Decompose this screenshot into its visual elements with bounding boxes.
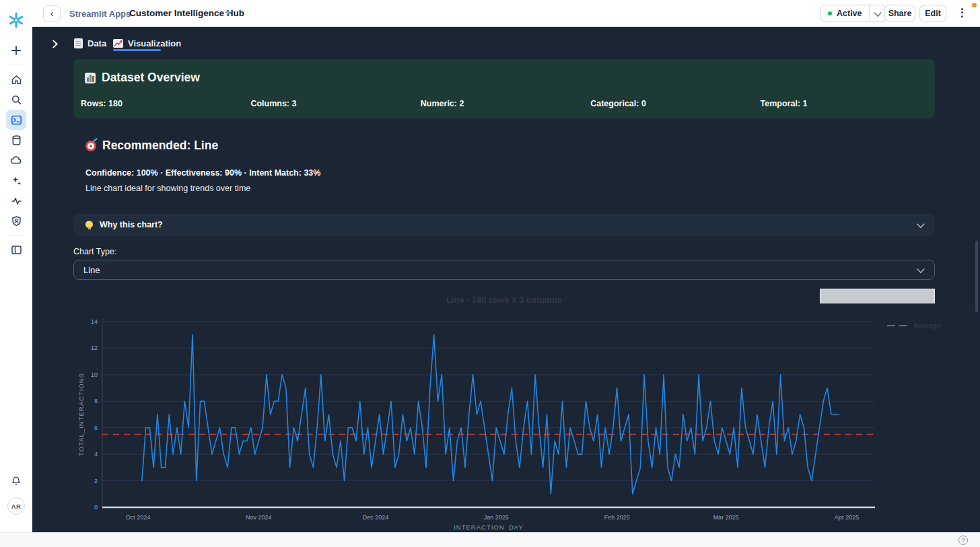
recommendation-metrics: Confidence: 100% · Effectiveness: 90% · … <box>85 168 320 178</box>
legend-label: Average <box>913 322 941 330</box>
chevron-down-icon <box>918 266 924 272</box>
chart-type-label: Chart Type: <box>73 247 116 256</box>
svg-text:10: 10 <box>91 371 98 378</box>
svg-text:Nov 2024: Nov 2024 <box>246 514 272 521</box>
edit-button[interactable]: Edit <box>919 5 946 22</box>
sidebar-item-projects[interactable] <box>6 110 26 130</box>
active-dot-icon <box>828 11 832 15</box>
stat-categorical: Categorical: 0 <box>590 99 760 108</box>
bottom-status-bar: ? <box>0 532 980 547</box>
status-label: Active <box>837 9 862 18</box>
chart-type-value: Line <box>83 265 100 275</box>
breadcrumb[interactable]: Streamlit Apps <box>69 9 131 19</box>
stat-temporal: Temporal: 1 <box>761 99 930 108</box>
svg-text:Dec 2024: Dec 2024 <box>363 514 389 521</box>
line-chart: 02468101214Oct 2024Nov 2024Dec 2024Jan 2… <box>74 316 913 530</box>
more-menu-button[interactable] <box>957 6 967 21</box>
svg-text:0: 0 <box>94 504 98 511</box>
svg-text:4: 4 <box>94 451 98 458</box>
page-icon <box>74 38 83 48</box>
svg-text:14: 14 <box>91 318 98 325</box>
expander-label: Why this chart? <box>85 220 163 229</box>
tab-data[interactable]: Data <box>74 35 106 51</box>
share-button[interactable]: Share <box>884 5 915 22</box>
stat-columns: Columns: 3 <box>250 99 420 108</box>
svg-text:6: 6 <box>94 425 98 431</box>
status-badge[interactable]: Active <box>820 5 869 22</box>
panel-toggle-button[interactable] <box>6 240 26 260</box>
sidebar-item-search[interactable] <box>6 89 26 110</box>
expander-label-text: Why this chart? <box>100 220 163 229</box>
status-dropdown-button[interactable] <box>869 5 886 22</box>
recommendation-title-text: Recommended: Line <box>102 139 218 153</box>
user-avatar[interactable]: AR <box>7 497 25 515</box>
app-main: Data Visualization Dataset Overview Rows… <box>32 27 980 532</box>
active-tab-underline <box>113 49 161 51</box>
chevron-down-icon <box>918 221 924 227</box>
chart-type-select[interactable]: Line <box>73 260 935 280</box>
panel-title-text: Dataset Overview <box>102 71 200 85</box>
dataset-overview-title: Dataset Overview <box>85 71 200 85</box>
sidebar-item-monitoring[interactable] <box>6 190 26 211</box>
left-sidebar: AR <box>0 0 32 532</box>
sidebar-expand-chevron-icon[interactable] <box>50 41 57 48</box>
status-split-button[interactable]: Active <box>820 5 887 22</box>
stat-rows: Rows: 180 <box>81 99 250 108</box>
sidebar-item-data-products[interactable] <box>6 150 26 170</box>
scrollbar-thumb[interactable] <box>975 241 978 312</box>
sidebar-divider <box>8 65 24 65</box>
svg-text:Mar 2025: Mar 2025 <box>713 514 739 521</box>
svg-text:Oct 2024: Oct 2024 <box>126 514 151 521</box>
dataset-overview-panel: Dataset Overview Rows: 180 Columns: 3 Nu… <box>73 59 935 118</box>
bar-chart-icon <box>85 73 96 83</box>
tab-label: Data <box>88 38 106 48</box>
svg-text:8: 8 <box>94 398 98 404</box>
svg-text:Feb 2025: Feb 2025 <box>604 514 630 521</box>
svg-text:TOTAL_INTERACTIONS: TOTAL_INTERACTIONS <box>77 373 85 456</box>
snowflake-logo[interactable] <box>7 11 25 29</box>
notifications-bell-icon[interactable] <box>6 471 26 491</box>
sidebar-item-ai[interactable] <box>6 170 26 190</box>
chevron-down-icon <box>874 9 881 16</box>
why-this-chart-expander[interactable]: Why this chart? <box>73 214 935 236</box>
chart-increasing-icon <box>113 39 123 48</box>
top-bar: ‹ Streamlit Apps Customer Intelligence H… <box>0 0 980 27</box>
light-bulb-icon <box>85 221 93 228</box>
svg-text:2: 2 <box>94 478 98 484</box>
recording-indicator-dot <box>972 3 977 7</box>
target-icon <box>85 141 96 151</box>
sidebar-item-admin[interactable] <box>6 211 26 231</box>
new-plus-button[interactable] <box>6 40 26 61</box>
svg-text:Apr 2025: Apr 2025 <box>835 514 860 521</box>
chevron-down-icon <box>225 11 230 15</box>
help-icon[interactable]: ? <box>958 536 968 545</box>
recommendation-description: Line chart ideal for showing trends over… <box>85 184 250 193</box>
back-button[interactable]: ‹ <box>43 5 61 22</box>
recommendation-title: Recommended: Line <box>85 139 218 153</box>
sidebar-item-databases[interactable] <box>6 130 26 150</box>
svg-text:INTERACTION_DAY: INTERACTION_DAY <box>454 523 524 530</box>
svg-text:12: 12 <box>91 344 98 351</box>
tab-label: Visualization <box>128 38 181 48</box>
sidebar-divider <box>8 235 24 235</box>
svg-text:Jan 2025: Jan 2025 <box>484 514 509 521</box>
sidebar-item-home[interactable] <box>6 69 26 89</box>
dataset-stats-row: Rows: 180 Columns: 3 Numeric: 2 Categori… <box>81 99 930 108</box>
stat-numeric: Numeric: 2 <box>421 99 590 108</box>
chart-title: Line - 180 rows x 3 columns <box>73 295 935 305</box>
